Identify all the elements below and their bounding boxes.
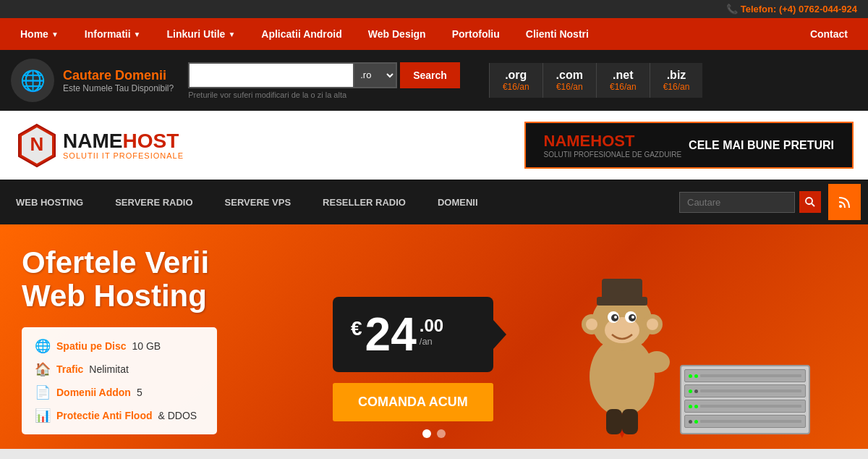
feature-value-spatiu: 10 GB xyxy=(132,340,161,352)
feature-trafic: 🏠 Trafic Nelimitat xyxy=(35,361,204,377)
svg-point-11 xyxy=(647,319,658,330)
nav-home[interactable]: Home ▼ xyxy=(7,18,72,50)
server-unit xyxy=(684,415,806,428)
domain-form-wrapper: .ro .com .net .org .biz Search Preturile… xyxy=(188,62,460,99)
server-unit xyxy=(684,384,806,397)
phone-label: Telefon: xyxy=(741,4,777,14)
server-led xyxy=(694,405,698,408)
rss-icon xyxy=(838,195,852,209)
domain-subtitle: Este Numele Tau Disponibil? xyxy=(63,83,174,93)
secondary-search-button[interactable] xyxy=(799,191,821,213)
flood-icon: 📊 xyxy=(35,408,51,424)
nav-clienti[interactable]: Clienti Nostri xyxy=(513,18,602,50)
feature-spatiu: 🌐 Spatiu pe Disc 10 GB xyxy=(35,338,204,354)
svg-text:N: N xyxy=(30,133,44,155)
server-led xyxy=(694,420,698,424)
secondary-search-area xyxy=(672,180,868,224)
svg-rect-20 xyxy=(602,279,642,299)
tld-biz: .biz €16/an xyxy=(650,63,703,98)
tld-prices: .org €16/an .com €16/an .net €16/an .biz… xyxy=(489,63,702,98)
server-bar xyxy=(700,389,801,392)
svg-point-3 xyxy=(806,198,812,204)
server-led xyxy=(694,374,698,378)
logo-text-area: NAMEHOST SOLUTII IT PROFESIONALE xyxy=(63,131,184,160)
banner-sub: SOLUTII PROFESIONALE DE GAZDUIRE xyxy=(544,151,682,159)
logo-hex-icon: N xyxy=(14,123,59,168)
sec-nav-webhosting[interactable]: WEB HOSTING xyxy=(0,187,99,218)
disc-icon: 🌐 xyxy=(35,338,51,354)
domain-title: Cautare Domenii xyxy=(63,68,174,83)
sec-nav-servere-radio[interactable]: SERVERE RADIO xyxy=(99,187,208,218)
server-led xyxy=(689,389,692,393)
sec-nav: WEB HOSTING SERVERE RADIO SERVERE VPS RE… xyxy=(0,180,868,224)
feature-label-spatiu: Spatiu pe Disc xyxy=(56,340,126,352)
price-cents: .00 xyxy=(420,316,443,336)
chevron-down-icon: ▼ xyxy=(134,30,141,38)
feature-flood: 📊 Protectie Anti Flood & DDOS xyxy=(35,408,204,424)
domain-search-button[interactable]: Search xyxy=(400,62,460,88)
top-bar: 📞 Telefon: (+4) 0762-044-924 xyxy=(0,0,868,18)
nav-informatii[interactable]: Informatii ▼ xyxy=(72,18,154,50)
monkey-character xyxy=(564,261,680,442)
banner-ad: NAMEHOST SOLUTII PROFESIONALE DE GAZDUIR… xyxy=(524,122,854,169)
svg-point-10 xyxy=(586,319,597,330)
nav-contact[interactable]: Contact xyxy=(797,18,861,50)
feature-value-trafic: Nelimitat xyxy=(89,363,128,375)
server-bar xyxy=(700,420,801,423)
domain-search-input[interactable] xyxy=(188,62,354,88)
svg-point-18 xyxy=(631,316,634,319)
banner-namehost: NAMEHOST xyxy=(544,132,682,151)
feature-domenii: 📄 Domenii Addon 5 xyxy=(35,384,204,400)
domain-bar: 🌐 Cautare Domenii Este Numele Tau Dispon… xyxy=(0,50,868,111)
hero-banner: Ofertele Verii Web Hosting 🌐 Spatiu pe D… xyxy=(0,224,868,449)
rss-button[interactable] xyxy=(828,184,861,220)
domain-form: .ro .com .net .org .biz Search xyxy=(188,62,460,88)
svg-rect-23 xyxy=(606,409,622,434)
logo-container: N NAMEHOST SOLUTII IT PROFESIONALE xyxy=(14,123,184,168)
price-tag: € 24 .00 /an xyxy=(333,297,493,372)
sec-nav-reseller-radio[interactable]: RESELLER RADIO xyxy=(307,187,422,218)
svg-point-22 xyxy=(644,351,670,373)
logo-wordmark: NAMEHOST xyxy=(63,131,184,151)
feature-value-domenii: 5 xyxy=(137,387,142,398)
secondary-search-input[interactable] xyxy=(679,192,795,213)
slide-dot-2[interactable] xyxy=(437,429,446,438)
svg-point-17 xyxy=(614,316,617,319)
slide-dots xyxy=(422,429,446,438)
feature-value-flood: & DDOS xyxy=(158,410,197,421)
tld-select[interactable]: .ro .com .net .org .biz xyxy=(354,62,397,88)
hero-title: Ofertele Verii Web Hosting xyxy=(22,246,217,313)
nav-android[interactable]: Aplicatii Android xyxy=(248,18,354,50)
server-led xyxy=(689,420,692,424)
logo-subtitle: SOLUTII IT PROFESIONALE xyxy=(63,151,184,160)
slide-dot-1[interactable] xyxy=(422,429,431,438)
banner-ad-content: NAMEHOST SOLUTII PROFESIONALE DE GAZDUIR… xyxy=(544,132,682,159)
price-euro: € xyxy=(351,317,362,340)
chevron-down-icon: ▼ xyxy=(51,30,59,38)
svg-line-4 xyxy=(812,203,814,206)
nav-linkuri[interactable]: Linkuri Utile ▼ xyxy=(154,18,249,50)
nav-portofoliu[interactable]: Portofoliu xyxy=(439,18,513,50)
server-led xyxy=(689,405,692,408)
banner-tagline: CELE MAI BUNE PRETURI xyxy=(689,139,834,152)
hero-content: Ofertele Verii Web Hosting 🌐 Spatiu pe D… xyxy=(22,246,217,434)
price-decimal: .00 /an xyxy=(420,311,443,347)
logo-area: N NAMEHOST SOLUTII IT PROFESIONALE NAMEH… xyxy=(0,111,868,180)
order-button[interactable]: COMANDA ACUM xyxy=(333,383,493,421)
price-section: € 24 .00 /an COMANDA ACUM xyxy=(333,297,493,421)
feature-label-domenii: Domenii Addon xyxy=(56,387,131,398)
server-led xyxy=(694,389,698,393)
globe-icon: 🌐 xyxy=(11,59,54,102)
tld-net: .net €16/an xyxy=(596,63,650,98)
main-nav: Home ▼ Informatii ▼ Linkuri Utile ▼ Apli… xyxy=(0,18,868,50)
feature-label-trafic: Trafic xyxy=(56,363,83,375)
sec-nav-servere-vps[interactable]: SERVERE VPS xyxy=(209,187,307,218)
hero-features: 🌐 Spatiu pe Disc 10 GB 🏠 Trafic Nelimita… xyxy=(22,327,217,434)
domain-bar-left: 🌐 Cautare Domenii Este Numele Tau Dispon… xyxy=(11,59,174,102)
domenii-icon: 📄 xyxy=(35,384,51,400)
sec-nav-domenii[interactable]: DOMENII xyxy=(422,187,494,218)
feature-label-flood: Protectie Anti Flood xyxy=(56,410,152,421)
phone-number[interactable]: (+4) 0762-044-924 xyxy=(779,4,857,14)
server-unit xyxy=(684,369,806,382)
nav-webdesign[interactable]: Web Design xyxy=(355,18,439,50)
